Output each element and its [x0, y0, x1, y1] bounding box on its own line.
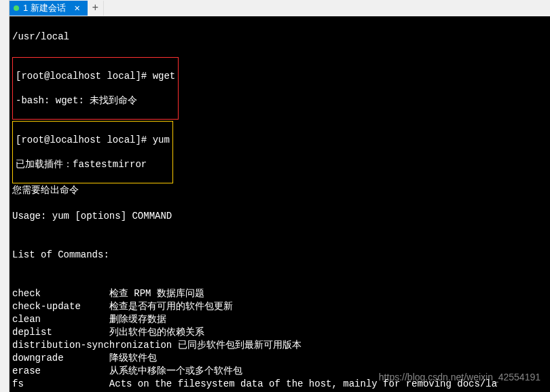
command-row: check-update 检查是否有可用的软件包更新	[12, 300, 547, 313]
highlight-box-wget: [root@localhost local]# wget -bash: wget…	[12, 57, 179, 120]
tab-bar: 1 新建会话 ✕ +	[10, 0, 550, 16]
command-list: check 检查 RPM 数据库问题check-update 检查是否有可用的软…	[12, 287, 547, 392]
command-row: check 检查 RPM 数据库问题	[12, 287, 547, 300]
add-tab-button[interactable]: +	[88, 1, 104, 16]
response-line: 已加载插件：fastestmirror	[16, 158, 170, 171]
need-cmd-line: 您需要给出命令	[12, 184, 547, 197]
plus-icon: +	[92, 2, 99, 14]
highlight-box-yum: [root@localhost local]# yum 已加载插件：fastes…	[12, 121, 173, 183]
prompt-line: [root@localhost local]# wget	[16, 70, 175, 82]
session-tab[interactable]: 1 新建会话 ✕	[10, 1, 88, 16]
status-dot-icon	[14, 5, 19, 11]
left-sidebar	[0, 0, 10, 392]
command-row: clean 删除缓存数据	[12, 313, 547, 326]
tab-label: 1 新建会话	[23, 2, 66, 14]
close-icon[interactable]: ✕	[73, 3, 82, 13]
cwd-line: /usr/local	[12, 31, 547, 43]
command-row: downgrade 降级软件包	[12, 352, 547, 365]
command-row: deplist 列出软件包的依赖关系	[12, 326, 547, 339]
list-header: List of Commands:	[12, 249, 547, 262]
command-row: fs Acts on the filesystem data of the ho…	[12, 378, 547, 391]
command-row: distribution-synchronization 已同步软件包到最新可用…	[12, 339, 547, 352]
usage-line: Usage: yum [options] COMMAND	[12, 210, 547, 223]
prompt-line: [root@localhost local]# yum	[16, 134, 170, 146]
terminal-output[interactable]: /usr/local [root@localhost local]# wget …	[10, 16, 550, 392]
command-row: erase 从系统中移除一个或多个软件包	[12, 365, 547, 378]
response-line: -bash: wget: 未找到命令	[16, 94, 175, 107]
